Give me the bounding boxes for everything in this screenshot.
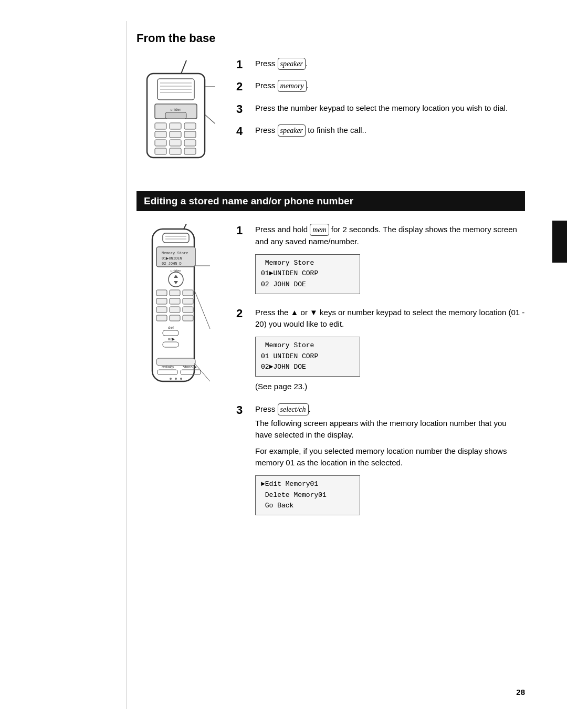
right-tab (552, 221, 567, 263)
step-2: 2 Press memory. (236, 80, 525, 93)
svg-text:01▶UNIDEN: 01▶UNIDEN (162, 256, 182, 261)
svg-rect-12 (170, 131, 181, 138)
svg-rect-46 (156, 315, 167, 321)
svg-marker-35 (174, 275, 178, 278)
svg-rect-57 (181, 370, 201, 375)
base-phone-image: uniden (136, 58, 220, 170)
svg-text:Memory Store: Memory Store (162, 251, 188, 255)
svg-line-25 (184, 224, 189, 229)
mem-key: mem (310, 224, 329, 236)
page-number: 28 (516, 688, 525, 696)
editing-steps: 1 Press and hold mem for 2 seconds. The … (236, 224, 525, 528)
svg-rect-18 (170, 148, 181, 154)
svg-rect-48 (183, 315, 193, 321)
edit-step-text-2: Press the ▲ or ▼ keys or number keypad t… (255, 307, 525, 395)
svg-rect-42 (183, 298, 193, 304)
svg-rect-10 (184, 123, 196, 129)
step-text-3: Press the number keypad to select the me… (255, 102, 508, 115)
step-text-1: Press speaker. (255, 58, 308, 70)
section-title: From the base (136, 32, 525, 45)
edit-step-3: 3 Press select/ch. The following screen … (236, 403, 525, 519)
svg-point-60 (180, 378, 182, 380)
svg-rect-26 (163, 233, 189, 243)
editing-title: Editing a stored name and/or phone numbe… (136, 191, 525, 211)
svg-rect-19 (184, 148, 196, 154)
svg-rect-53 (156, 358, 195, 366)
edit-step-text-3: Press select/ch. The following screen ap… (255, 403, 525, 519)
svg-rect-50 (163, 330, 178, 336)
edit-step-text-1: Press and hold mem for 2 seconds. The di… (255, 224, 525, 298)
svg-rect-17 (155, 148, 166, 154)
svg-line-1 (181, 60, 186, 74)
svg-point-34 (169, 272, 183, 287)
svg-rect-45 (183, 307, 193, 313)
step-number-3: 3 (236, 102, 251, 116)
step-number-1: 1 (236, 58, 251, 71)
svg-rect-47 (170, 315, 180, 321)
svg-rect-37 (156, 290, 167, 296)
step-4: 4 Press speaker to finish the call.. (236, 124, 525, 138)
svg-rect-20 (165, 112, 186, 119)
edit-step-number-1: 1 (236, 224, 251, 237)
edit-step-1: 1 Press and hold mem for 2 seconds. The … (236, 224, 525, 298)
svg-text:redial/p: redial/p (162, 365, 174, 369)
divider-line (126, 21, 127, 709)
speaker-key-2: speaker (278, 124, 306, 137)
svg-rect-39 (183, 290, 193, 296)
selectch-key: select/ch (278, 403, 309, 415)
svg-rect-40 (156, 298, 167, 304)
svg-rect-16 (184, 140, 196, 146)
svg-text:#/▶: #/▶ (168, 337, 175, 341)
svg-rect-55 (158, 370, 177, 375)
svg-rect-41 (170, 298, 180, 304)
svg-rect-13 (184, 131, 196, 138)
svg-text:del: del (168, 325, 174, 330)
svg-line-23 (205, 115, 215, 126)
svg-text:02 JOHN D: 02 JOHN D (162, 262, 182, 266)
page: From the base (0, 0, 567, 728)
lcd-display-2: Memory Store 01 UNIDEN CORP 02►JOHN DOE (255, 337, 360, 377)
step-text-4: Press speaker to finish the call.. (255, 124, 366, 137)
editing-content: Memory Store 01▶UNIDEN 02 JOHN D uniden (136, 224, 525, 528)
svg-line-62 (194, 290, 210, 329)
step-1: 1 Press speaker. (236, 58, 525, 71)
svg-line-63 (194, 363, 210, 381)
svg-rect-38 (170, 290, 180, 296)
svg-rect-11 (155, 131, 166, 138)
svg-rect-44 (170, 307, 180, 313)
step-number-4: 4 (236, 124, 251, 138)
step-text-2: Press memory. (255, 80, 309, 92)
edit-step-number-2: 2 (236, 307, 251, 320)
memory-key: memory (278, 80, 307, 92)
section-editing: Editing a stored name and/or phone numbe… (136, 191, 525, 528)
svg-marker-36 (174, 281, 178, 284)
section-from-base: From the base (136, 32, 525, 170)
step-number-2: 2 (236, 80, 251, 93)
svg-rect-52 (163, 342, 178, 347)
svg-point-58 (170, 378, 172, 380)
svg-text:uniden: uniden (170, 108, 181, 111)
step-3: 3 Press the number keypad to select the … (236, 102, 525, 116)
svg-rect-8 (155, 123, 166, 129)
svg-rect-15 (170, 140, 181, 146)
speaker-key-1: speaker (278, 58, 306, 70)
svg-point-59 (175, 378, 177, 380)
handset-phone-image: Memory Store 01▶UNIDEN 02 JOHN D uniden (136, 224, 220, 404)
svg-rect-43 (156, 307, 167, 313)
svg-rect-9 (170, 123, 181, 129)
edit-step-2: 2 Press the ▲ or ▼ keys or number keypad… (236, 307, 525, 395)
svg-text:*/tone/◄: */tone/◄ (183, 365, 197, 369)
edit-step-number-3: 3 (236, 403, 251, 417)
from-base-steps: 1 Press speaker. 2 Press memory. 3 Press… (236, 58, 525, 147)
svg-rect-14 (155, 140, 166, 146)
from-base-content: uniden 1 Press speaker. 2 Press (136, 58, 525, 170)
lcd-display-1: Memory Store 01►UNIDEN CORP 02 JOHN DOE (255, 254, 360, 294)
lcd-display-3: ►Edit Memory01 Delete Memory01 Go Back (255, 475, 360, 515)
